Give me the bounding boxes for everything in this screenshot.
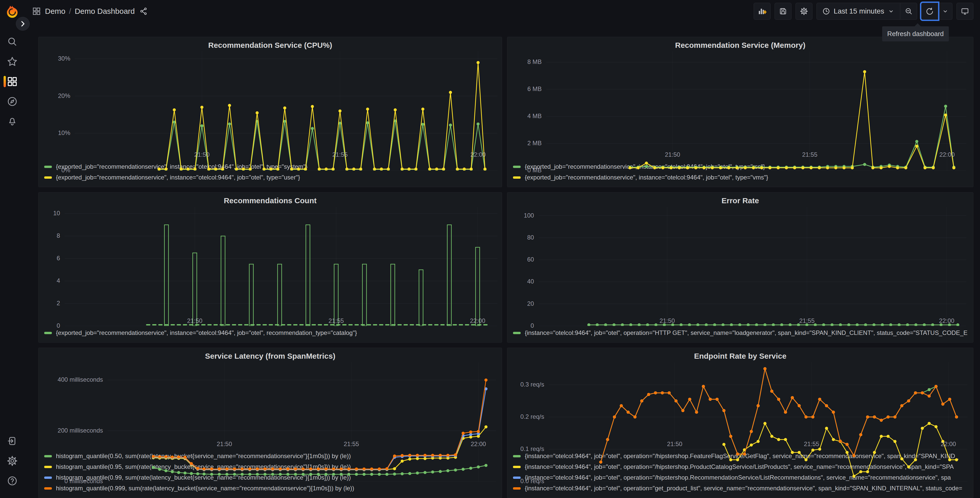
y-axis-tick-label: 10: [53, 210, 60, 217]
x-axis: 21:5021:5522:00: [65, 315, 496, 326]
y-axis: 0 milliseconds200 milliseconds400 millis…: [44, 362, 108, 439]
breadcrumb-folder[interactable]: Demo: [45, 7, 65, 16]
x-axis-tick-label: 22:00: [941, 441, 956, 448]
breadcrumb-separator: /: [69, 7, 71, 16]
dashboards-grid-icon: [32, 7, 41, 16]
y-axis-tick-label: 8: [57, 232, 60, 239]
legend-swatch-icon: [513, 176, 521, 179]
refresh-dashboard-button[interactable]: [921, 3, 938, 20]
y-axis-tick-label: 0 milliseconds: [64, 477, 103, 485]
x-axis-tick-label: 21:50: [216, 441, 232, 448]
sidebar-item-dashboards[interactable]: [0, 72, 24, 91]
chart-plot[interactable]: [546, 51, 967, 149]
y-axis-tick-label: 0.1 req/s: [520, 445, 544, 452]
legend-swatch-icon: [44, 332, 52, 334]
panel-title[interactable]: Endpoint Rate by Service: [513, 350, 967, 362]
legend-swatch-icon: [513, 477, 521, 479]
alerting-bell-icon: [7, 116, 18, 127]
breadcrumb-dashboard[interactable]: Demo Dashboard: [75, 7, 135, 16]
legend-item[interactable]: {exported_job="recommendationservice", i…: [44, 327, 496, 338]
x-axis-tick-label: 21:50: [187, 317, 202, 324]
y-axis-tick-label: 30%: [58, 55, 70, 62]
x-axis-tick-label: 21:55: [802, 151, 818, 158]
y-axis: 0.0 req/s0.1 req/s0.2 req/s0.3 req/s: [513, 362, 549, 439]
time-range-picker[interactable]: Last 15 minutes: [816, 3, 900, 20]
sidebar-item-starred[interactable]: [0, 52, 24, 72]
legend-item[interactable]: {instance="otelcol:9464", job="otel", op…: [513, 327, 967, 338]
chart-plot[interactable]: [65, 207, 496, 315]
sidebar-item-search[interactable]: [0, 32, 24, 52]
legend-item[interactable]: {instance="otelcol:9464", job="otel", op…: [513, 483, 967, 494]
legend-label: {exported_job="recommendationservice", i…: [56, 174, 300, 181]
x-axis-tick-label: 21:50: [194, 151, 210, 158]
refresh-interval-dropdown[interactable]: [938, 3, 952, 20]
legend-swatch-icon: [513, 487, 521, 490]
active-indicator: [3, 76, 6, 87]
chevron-down-icon: [888, 8, 894, 14]
y-axis-tick-label: 10%: [58, 129, 70, 137]
clock-icon: [822, 7, 830, 15]
legend-swatch-icon: [44, 166, 52, 168]
sidebar-expand-button[interactable]: [16, 17, 30, 31]
refresh-tooltip: Refresh dashboard: [882, 26, 949, 42]
y-axis-tick-label: 0.2 req/s: [520, 413, 544, 420]
sidebar-item-sign-in[interactable]: [0, 431, 24, 451]
y-axis-tick-label: 20: [527, 300, 534, 307]
x-axis-tick-label: 21:50: [665, 151, 680, 158]
y-axis-tick-label: 0 MB: [527, 167, 542, 174]
panel-title[interactable]: Error Rate: [513, 195, 967, 207]
panel-title[interactable]: Recommendation Service (CPU%): [44, 39, 496, 51]
legend-label: {exported_job="recommendationservice", i…: [56, 329, 357, 337]
legend-item[interactable]: {exported_job="recommendationservice", i…: [44, 172, 496, 183]
sidebar-item-explore[interactable]: [0, 91, 24, 112]
x-axis-tick-label: 22:00: [470, 317, 485, 324]
legend: {instance="otelcol:9464", job="otel", op…: [513, 326, 967, 338]
y-axis-tick-label: 0%: [61, 167, 70, 174]
sidebar-item-alerting[interactable]: [0, 112, 24, 131]
y-axis-tick-label: 100: [524, 212, 534, 219]
y-axis: 020406080100: [513, 207, 539, 315]
add-panel-button[interactable]: [754, 3, 770, 20]
save-dashboard-button[interactable]: [775, 3, 791, 20]
zoom-out-time-button[interactable]: [900, 3, 917, 20]
legend-swatch-icon: [44, 176, 52, 179]
share-button[interactable]: [140, 7, 148, 15]
explore-compass-icon: [7, 96, 18, 107]
y-axis-tick-label: 6: [57, 255, 60, 262]
y-axis-tick-label: 200 milliseconds: [58, 427, 103, 434]
legend-label: {exported_job="recommendationservice", i…: [525, 174, 768, 181]
legend-swatch-icon: [513, 455, 521, 457]
sidebar-item-settings[interactable]: [0, 451, 24, 471]
y-axis-tick-label: 40: [527, 278, 534, 285]
chart-plot[interactable]: [75, 51, 496, 149]
y-axis-tick-label: 8 MB: [527, 58, 542, 65]
legend: {exported_job="recommendationservice", i…: [44, 326, 496, 338]
panel-title[interactable]: Recommendations Count: [44, 195, 496, 207]
y-axis-tick-label: 400 milliseconds: [58, 376, 103, 383]
x-axis-tick-label: 21:50: [667, 441, 682, 448]
add-panel-icon: [758, 7, 767, 16]
panel-title[interactable]: Service Latency (from SpanMetrics): [44, 350, 496, 362]
x-axis-tick-label: 21:55: [799, 317, 815, 324]
chart-plot[interactable]: [539, 207, 967, 315]
top-navbar: Demo / Demo Dashboard: [24, 0, 980, 22]
dashboard-settings-button[interactable]: [795, 3, 812, 20]
legend-item[interactable]: histogram_quantile(0.999, sum(rate(laten…: [44, 483, 496, 494]
x-axis-tick-label: 22:00: [939, 151, 955, 158]
legend-swatch-icon: [513, 332, 521, 334]
dashboard-grid: Recommendation Service (CPU%) 0%10%20%30…: [24, 22, 980, 498]
x-axis: 21:5021:5522:00: [546, 149, 967, 160]
panel-endpoint-rate: Endpoint Rate by Service 0.0 req/s0.1 re…: [507, 348, 974, 498]
legend-item[interactable]: {exported_job="recommendationservice", i…: [513, 172, 967, 183]
sidebar-item-help[interactable]: [0, 471, 24, 491]
chart-plot[interactable]: [108, 362, 496, 439]
grafana-app: Demo / Demo Dashboard: [0, 0, 980, 498]
x-axis-tick-label: 21:55: [329, 317, 344, 324]
y-axis-tick-label: 0: [531, 322, 534, 329]
search-icon: [7, 36, 18, 47]
tv-mode-button[interactable]: [956, 3, 974, 20]
legend-swatch-icon: [513, 166, 521, 168]
grafana-logo-icon[interactable]: [5, 5, 20, 19]
y-axis-tick-label: 0.3 req/s: [520, 381, 544, 388]
chart-plot[interactable]: [549, 362, 967, 439]
